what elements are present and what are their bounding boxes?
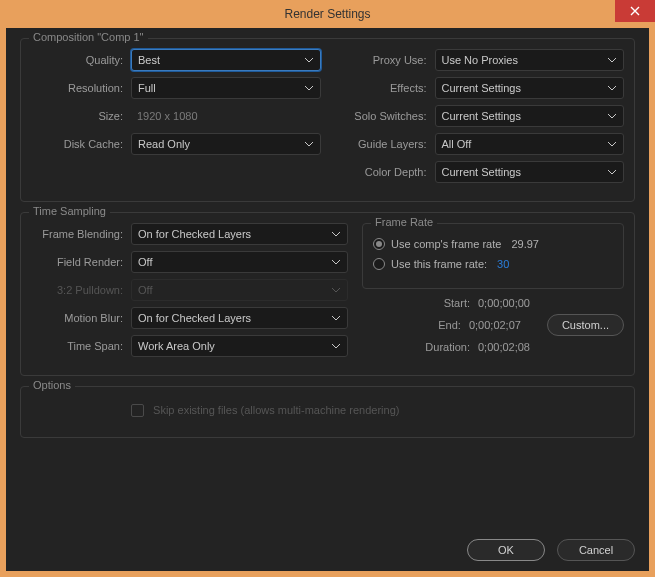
panel: Composition "Comp 1" Quality: Best Resol… — [6, 28, 649, 571]
frame-blending-label: Frame Blending: — [31, 228, 131, 240]
field-render-dropdown[interactable]: Off — [131, 251, 348, 273]
size-label: Size: — [31, 110, 131, 122]
skip-existing-checkbox — [131, 404, 144, 417]
chevron-down-icon — [607, 55, 617, 65]
quality-label: Quality: — [31, 54, 131, 66]
chevron-down-icon — [304, 139, 314, 149]
custom-button[interactable]: Custom... — [547, 314, 624, 336]
chevron-down-icon — [331, 313, 341, 323]
chevron-down-icon — [331, 229, 341, 239]
size-value: 1920 x 1080 — [131, 110, 198, 122]
window-title: Render Settings — [284, 7, 370, 21]
frame-blending-dropdown[interactable]: On for Checked Layers — [131, 223, 348, 245]
motion-blur-dropdown[interactable]: On for Checked Layers — [131, 307, 348, 329]
chevron-down-icon — [304, 55, 314, 65]
close-icon — [630, 4, 640, 19]
chevron-down-icon — [607, 167, 617, 177]
chevron-down-icon — [607, 139, 617, 149]
this-rate-value[interactable]: 30 — [497, 258, 509, 270]
time-info: Start: 0;00;00;00 End: 0;00;02;07 Custom… — [362, 293, 624, 357]
depth-label: Color Depth: — [335, 166, 435, 178]
use-comp-rate-radio[interactable]: Use comp's frame rate 29.97 — [373, 238, 613, 250]
proxy-dropdown[interactable]: Use No Proxies — [435, 49, 625, 71]
skip-existing-label: Skip existing files (allows multi-machin… — [153, 404, 399, 416]
duration-value: 0;00;02;08 — [478, 341, 548, 353]
close-button[interactable] — [615, 0, 655, 22]
radio-off-icon — [373, 258, 385, 270]
use-this-rate-label: Use this frame rate: — [391, 258, 487, 270]
field-render-label: Field Render: — [31, 256, 131, 268]
titlebar: Render Settings — [0, 0, 655, 28]
end-label: End: — [399, 319, 461, 331]
chevron-down-icon — [607, 83, 617, 93]
chevron-down-icon — [331, 341, 341, 351]
chevron-down-icon — [304, 83, 314, 93]
proxy-label: Proxy Use: — [335, 54, 435, 66]
start-label: Start: — [408, 297, 470, 309]
duration-label: Duration: — [408, 341, 470, 353]
resolution-label: Resolution: — [31, 82, 131, 94]
start-value: 0;00;00;00 — [478, 297, 548, 309]
depth-dropdown[interactable]: Current Settings — [435, 161, 625, 183]
composition-group-title: Composition "Comp 1" — [29, 31, 148, 43]
comp-rate-value: 29.97 — [511, 238, 539, 250]
guide-label: Guide Layers: — [335, 138, 435, 150]
resolution-dropdown[interactable]: Full — [131, 77, 321, 99]
end-value: 0;00;02;07 — [469, 319, 539, 331]
time-span-label: Time Span: — [31, 340, 131, 352]
frame-rate-title: Frame Rate — [371, 216, 437, 228]
diskcache-dropdown[interactable]: Read Only — [131, 133, 321, 155]
motion-blur-label: Motion Blur: — [31, 312, 131, 324]
time-sampling-title: Time Sampling — [29, 205, 110, 217]
composition-group: Composition "Comp 1" Quality: Best Resol… — [20, 38, 635, 202]
solo-label: Solo Switches: — [335, 110, 435, 122]
frame-rate-subgroup: Frame Rate Use comp's frame rate 29.97 U… — [362, 223, 624, 289]
use-this-rate-radio[interactable]: Use this frame rate: 30 — [373, 258, 613, 270]
options-group: Options Skip existing files (allows mult… — [20, 386, 635, 438]
effects-label: Effects: — [335, 82, 435, 94]
quality-dropdown[interactable]: Best — [131, 49, 321, 71]
pulldown-label: 3:2 Pulldown: — [31, 284, 131, 296]
pulldown-dropdown: Off — [131, 279, 348, 301]
chevron-down-icon — [607, 111, 617, 121]
solo-dropdown[interactable]: Current Settings — [435, 105, 625, 127]
options-title: Options — [29, 379, 75, 391]
ok-button[interactable]: OK — [467, 539, 545, 561]
radio-on-icon — [373, 238, 385, 250]
cancel-button[interactable]: Cancel — [557, 539, 635, 561]
guide-dropdown[interactable]: All Off — [435, 133, 625, 155]
time-sampling-group: Time Sampling Frame Blending: On for Che… — [20, 212, 635, 376]
chevron-down-icon — [331, 285, 341, 295]
use-comp-rate-label: Use comp's frame rate — [391, 238, 501, 250]
effects-dropdown[interactable]: Current Settings — [435, 77, 625, 99]
time-span-dropdown[interactable]: Work Area Only — [131, 335, 348, 357]
chevron-down-icon — [331, 257, 341, 267]
diskcache-label: Disk Cache: — [31, 138, 131, 150]
dialog-footer: OK Cancel — [467, 539, 635, 561]
